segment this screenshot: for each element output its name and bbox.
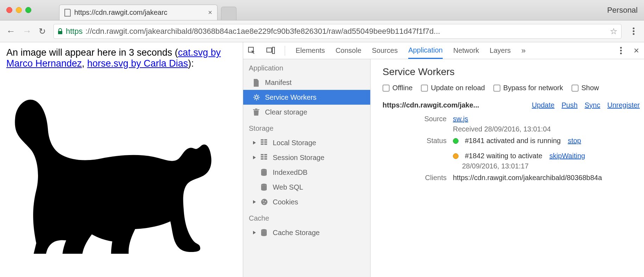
check-label: Offline — [392, 84, 412, 92]
sidebar-item-websql[interactable]: Web SQL — [243, 180, 370, 195]
address-bar[interactable]: https://cdn.rawgit.com/jakearchibald/803… — [53, 24, 621, 39]
tab-application[interactable]: Application — [408, 42, 443, 59]
sidebar-item-service-workers[interactable]: Service Workers — [243, 90, 370, 105]
tab-sources[interactable]: Sources — [372, 42, 398, 59]
svg-point-8 — [265, 201, 266, 202]
disclosure-icon — [253, 141, 256, 144]
devtools: Elements Console Sources Application Net… — [243, 42, 644, 277]
sidebar-item-clear-storage[interactable]: Clear storage — [243, 105, 370, 119]
disclosure-icon — [253, 200, 256, 204]
check-label: Bypass for network — [503, 84, 563, 92]
label-status: Status — [383, 137, 453, 170]
profile-label[interactable]: Personal — [607, 6, 638, 15]
sidebar-item-local-storage[interactable]: Local Storage — [243, 135, 370, 150]
sidebar-heading-cache: Cache — [243, 209, 370, 225]
svg-rect-2 — [272, 47, 274, 54]
svg-point-3 — [255, 96, 258, 99]
sidebar-item-session-storage[interactable]: Session Storage — [243, 150, 370, 165]
sidebar-label: IndexedDB — [273, 168, 308, 177]
check-offline[interactable]: Offline — [383, 84, 412, 92]
reload-button[interactable]: ↻ — [39, 26, 46, 36]
sidebar-item-cache-storage[interactable]: Cache Storage — [243, 225, 370, 240]
sidebar-heading-storage: Storage — [243, 119, 370, 135]
status-line-2: #1842 waiting to activate skipWaiting — [453, 152, 644, 160]
back-button[interactable]: ← — [6, 26, 15, 37]
action-sync[interactable]: Sync — [585, 101, 600, 109]
devtools-tabs: Elements Console Sources Application Net… — [243, 42, 644, 59]
disclosure-icon — [253, 156, 256, 159]
tab-layers[interactable]: Layers — [490, 42, 511, 59]
check-label: Show — [581, 84, 599, 92]
traffic-lights — [6, 7, 31, 13]
devtools-menu-button[interactable] — [617, 47, 625, 54]
sidebar-label: Service Workers — [265, 93, 316, 101]
url-scheme: https — [66, 27, 83, 36]
url-path: ://cdn.rawgit.com/jakearchibald/80368b84… — [86, 27, 607, 36]
disclosure-icon — [253, 231, 256, 234]
page-text-after: ): — [188, 58, 194, 69]
page-text: An image will appear here in 3 seconds (… — [6, 47, 236, 69]
new-tab-button[interactable] — [221, 7, 236, 20]
database-icon — [261, 169, 268, 176]
status-dot-green — [453, 138, 459, 144]
close-tab-icon[interactable]: × — [208, 8, 212, 17]
bookmark-star-icon[interactable]: ☆ — [610, 26, 618, 36]
page-text-before: An image will appear here in 3 seconds ( — [6, 47, 178, 58]
minimize-window-button[interactable] — [16, 7, 22, 13]
action-unregister[interactable]: Unregister — [607, 101, 640, 109]
tabs-overflow-icon[interactable]: » — [521, 46, 525, 55]
devtools-body: Application Manifest Service Workers Cle… — [243, 59, 644, 277]
action-stop[interactable]: stop — [568, 137, 581, 145]
row-clients: Clients https://cdn.rawgit.com/jakearchi… — [383, 174, 644, 182]
browser-toolbar: ← → ↻ https://cdn.rawgit.com/jakearchiba… — [0, 20, 644, 42]
action-skip-waiting[interactable]: skipWaiting — [549, 152, 585, 160]
sidebar-label: Local Storage — [273, 139, 316, 147]
check-bypass[interactable]: Bypass for network — [493, 84, 563, 92]
sidebar-label: Cookies — [273, 198, 298, 206]
sw-actions: Update Push Sync Unregister — [532, 101, 640, 109]
tab-title: https://cdn.rawgit.com/jakearc — [74, 8, 168, 17]
sidebar-item-indexeddb[interactable]: IndexedDB — [243, 165, 370, 180]
inspect-icon[interactable] — [248, 47, 256, 55]
action-push[interactable]: Push — [562, 101, 578, 109]
window-titlebar: https://cdn.rawgit.com/jakearc × Persona… — [0, 0, 644, 20]
device-toggle-icon[interactable] — [266, 47, 274, 55]
source-file-link[interactable]: sw.js — [453, 115, 644, 123]
cat-image — [6, 70, 225, 254]
page-sep: , — [82, 58, 87, 69]
action-update[interactable]: Update — [532, 101, 555, 109]
status-text: #1842 waiting to activate — [465, 152, 542, 160]
tab-elements[interactable]: Elements — [296, 42, 325, 59]
svg-point-6 — [261, 199, 267, 205]
tab-console[interactable]: Console — [335, 42, 361, 59]
lock-icon — [57, 28, 63, 35]
svg-point-9 — [264, 203, 265, 204]
database-icon — [261, 229, 268, 236]
forward-button[interactable]: → — [23, 26, 31, 37]
row-source: Source sw.js Received 28/09/2016, 13:01:… — [383, 115, 644, 133]
grid-icon — [261, 154, 268, 161]
devtools-close-icon[interactable]: × — [634, 45, 639, 56]
check-show[interactable]: Show — [572, 84, 599, 92]
check-update-on-reload[interactable]: Update on reload — [421, 84, 485, 92]
maximize-window-button[interactable] — [25, 7, 31, 13]
svg-point-4 — [261, 169, 267, 171]
label-clients: Clients — [383, 174, 453, 182]
browser-menu-button[interactable] — [629, 27, 638, 35]
sidebar-heading-application: Application — [243, 59, 370, 75]
label-source: Source — [383, 115, 453, 133]
tab-network[interactable]: Network — [453, 42, 479, 59]
browser-tab[interactable]: https://cdn.rawgit.com/jakearc × — [59, 5, 217, 20]
sidebar-item-manifest[interactable]: Manifest — [243, 75, 370, 90]
manifest-icon — [253, 79, 260, 86]
sidebar-item-cookies[interactable]: Cookies — [243, 195, 370, 209]
sidebar-label: Clear storage — [265, 108, 307, 116]
service-workers-panel: Service Workers Offline Update on reload… — [371, 59, 644, 277]
close-window-button[interactable] — [6, 7, 12, 13]
rendered-page: An image will appear here in 3 seconds (… — [0, 42, 243, 277]
database-icon — [261, 184, 268, 191]
link-horse-svg[interactable]: horse.svg by Carla Dias — [87, 58, 188, 69]
svg-rect-1 — [267, 48, 272, 52]
sidebar-label: Session Storage — [273, 154, 324, 162]
row-status: Status #1841 activated and is running st… — [383, 137, 644, 170]
